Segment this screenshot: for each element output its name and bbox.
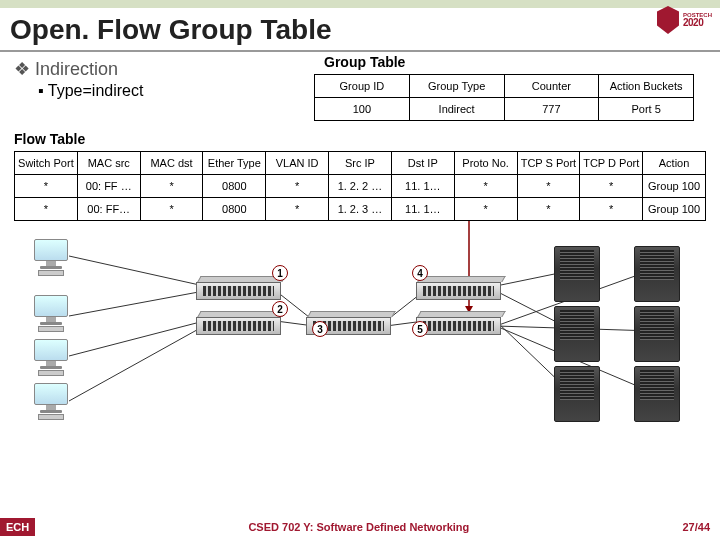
switch-label-4: 4 <box>412 265 428 281</box>
switch-label-3: 3 <box>312 321 328 337</box>
logo-line2: 2020 <box>683 18 712 28</box>
bullet-type: Type=indirect <box>38 82 294 100</box>
host-icon <box>30 239 72 281</box>
table-row: Switch Port MAC src MAC dst Ether Type V… <box>15 152 706 175</box>
flow-table-label: Flow Table <box>14 131 706 147</box>
group-table-label: Group Table <box>324 54 706 70</box>
server-icon <box>634 306 680 362</box>
logo-text: POSTECH 2020 <box>683 12 712 28</box>
switch-label-1: 1 <box>272 265 288 281</box>
server-icon <box>554 366 600 422</box>
switch-icon <box>416 311 501 337</box>
page-number: 27/44 <box>682 521 720 533</box>
footer-left-badge: ECH <box>0 518 35 536</box>
server-icon <box>554 306 600 362</box>
switch-label-5: 5 <box>412 321 428 337</box>
flow-table: Switch Port MAC src MAC dst Ether Type V… <box>14 151 706 221</box>
switch-label-2: 2 <box>272 301 288 317</box>
bullet-indirection: Indirection <box>14 58 294 80</box>
slide-title: Open. Flow Group Table <box>0 8 720 52</box>
svg-line-1 <box>69 291 204 316</box>
host-icon <box>30 295 72 337</box>
svg-line-0 <box>69 256 204 286</box>
switch-icon <box>416 276 501 302</box>
server-icon <box>554 246 600 302</box>
server-icon <box>634 246 680 302</box>
host-icon <box>30 383 72 425</box>
table-row: Group ID Group Type Counter Action Bucke… <box>315 75 694 98</box>
host-icon <box>30 339 72 381</box>
top-accent-bar <box>0 0 720 8</box>
bullets: Indirection Type=indirect <box>14 58 294 121</box>
switch-icon <box>196 311 281 337</box>
switch-icon <box>196 276 281 302</box>
table-row: * 00: FF… * 0800 * 1. 2. 3 … 11. 1… * * … <box>15 198 706 221</box>
group-table: Group ID Group Type Counter Action Bucke… <box>314 74 694 121</box>
svg-line-2 <box>69 321 204 356</box>
table-row: * 00: FF … * 0800 * 1. 2. 2 … 11. 1… * *… <box>15 175 706 198</box>
footer-center: CSED 702 Y: Software Defined Networking <box>35 521 682 533</box>
server-icon <box>634 366 680 422</box>
logo: POSTECH 2020 <box>657 6 712 34</box>
svg-line-3 <box>69 326 204 401</box>
footer: ECH CSED 702 Y: Software Defined Network… <box>0 518 720 536</box>
table-row: 100 Indirect 777 Port 5 <box>315 98 694 121</box>
shield-icon <box>657 6 679 34</box>
network-diagram: 1 2 3 4 5 <box>14 221 706 451</box>
